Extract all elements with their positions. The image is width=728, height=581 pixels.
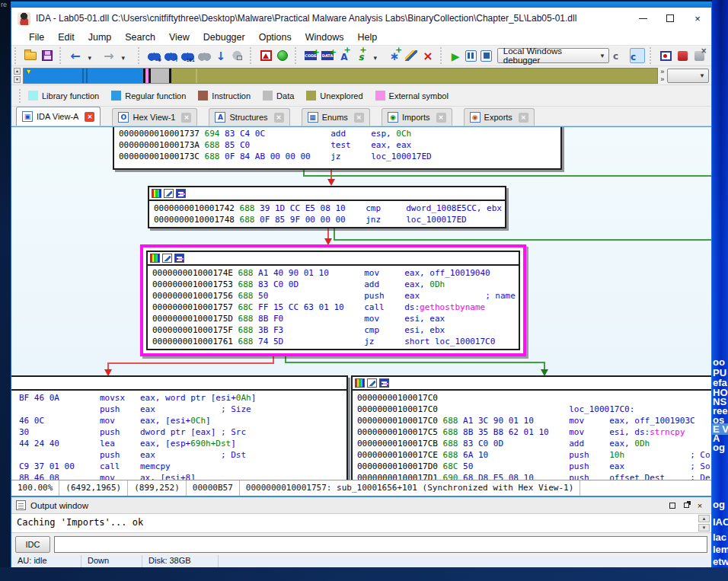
instruction-line[interactable]: 0000000010001748 688 0F 85 9F 00 00 00 j… bbox=[154, 214, 500, 225]
instruction-line[interactable]: 000000001000175F 688 3B F3 cmp esi, ebx bbox=[152, 324, 514, 336]
instruction-line[interactable]: 000000001000175D 688 8B F0 mov esi, eax bbox=[152, 313, 514, 324]
navigation-ready-icon[interactable] bbox=[275, 48, 290, 64]
create-struct-icon[interactable]: ∗ bbox=[387, 48, 402, 64]
menu-debugger[interactable]: Debugger bbox=[196, 30, 252, 44]
minimize-button[interactable] bbox=[629, 8, 656, 28]
menu-edit[interactable]: Edit bbox=[51, 30, 81, 44]
instruction-line[interactable]: 44 24 40 lea eax, [esp+690h+Dst] bbox=[19, 438, 342, 449]
edit-icon[interactable] bbox=[404, 48, 419, 64]
tab-close-icon[interactable]: × bbox=[181, 113, 191, 123]
create-data-icon[interactable]: data bbox=[320, 48, 335, 64]
instruction-line[interactable]: BF 46 0A movsx eax, word ptr [esi+0Ah] bbox=[19, 392, 342, 404]
navigation-band[interactable]: ▼ bbox=[23, 68, 658, 84]
tab-close-icon[interactable]: × bbox=[354, 113, 364, 123]
instruction-line[interactable]: 00000000100017C5 688 8B 35 B8 62 01 10 m… bbox=[357, 426, 711, 438]
search-again-icon[interactable] bbox=[196, 48, 212, 64]
create-string-icon[interactable]: s bbox=[353, 48, 369, 64]
string-dropdown-icon[interactable]: ▾ bbox=[370, 48, 385, 64]
create-name-icon[interactable]: A bbox=[337, 48, 352, 64]
search-text-icon[interactable] bbox=[163, 48, 178, 64]
jump-forward-icon[interactable]: → bbox=[101, 48, 117, 64]
command-line-input[interactable] bbox=[54, 536, 707, 553]
tab-close-icon[interactable]: × bbox=[85, 112, 94, 122]
debugger-selector[interactable]: Local Windows debugger▼ bbox=[497, 48, 609, 63]
menu-windows[interactable]: Windows bbox=[299, 30, 351, 44]
remove-breakpoint-icon[interactable] bbox=[691, 48, 707, 64]
jump-forward-dropdown-icon[interactable]: ▾ bbox=[118, 48, 133, 64]
navband-zoom-select[interactable]: ▼ bbox=[667, 69, 709, 83]
instruction-line[interactable]: 00000000100017CE 688 6A 10 push 10h ; Co bbox=[357, 449, 711, 461]
navband-scroll-up-icon[interactable]: ▲ bbox=[14, 68, 21, 75]
close-button[interactable]: × bbox=[684, 8, 711, 28]
instruction-line[interactable]: C9 37 01 00 call memcpy bbox=[19, 461, 342, 472]
output-restore-button[interactable] bbox=[666, 500, 679, 512]
instruction-line[interactable]: 30 push dword ptr [eax] ; Src bbox=[19, 426, 342, 438]
debugger-windows-icon[interactable] bbox=[658, 48, 673, 64]
basic-block-b1[interactable]: 0000000010001737 694 83 C4 0C add esp, 0… bbox=[113, 126, 562, 170]
instruction-line[interactable]: 000000001000173A 688 85 C0 test eax, eax bbox=[119, 139, 556, 151]
navband-scroll-down-icon[interactable]: ▼ bbox=[14, 76, 21, 83]
jump-to-address-icon[interactable]: ↓ bbox=[213, 48, 228, 64]
instruction-line[interactable]: 0000000010001761 688 74 5D jz short loc_… bbox=[152, 336, 514, 347]
tab-imports[interactable]: ◉Imports× bbox=[382, 108, 452, 126]
instruction-line[interactable]: 00000000100017CB 688 83 C0 0D add eax, 0… bbox=[357, 438, 711, 449]
node-title-bar[interactable] bbox=[148, 252, 519, 266]
edit-node-icon[interactable] bbox=[367, 378, 377, 388]
instruction-line[interactable]: 00000000100017C0 bbox=[357, 392, 711, 404]
search-values-icon[interactable] bbox=[146, 48, 161, 64]
jump-back-icon[interactable]: ← bbox=[68, 48, 83, 64]
node-title-bar[interactable] bbox=[353, 377, 711, 391]
tab-close-icon[interactable]: × bbox=[519, 113, 528, 123]
output-scrollbar[interactable]: ▲▼ bbox=[698, 515, 710, 532]
tab-ida-view-a[interactable]: ▣IDA View-A× bbox=[16, 107, 101, 126]
basic-block-b2[interactable]: 0000000010001742 688 39 1D CC E5 08 10 c… bbox=[148, 186, 506, 228]
tab-close-icon[interactable]: × bbox=[436, 113, 446, 123]
instruction-line[interactable]: 000000001000174E 688 A1 40 90 01 10 mov … bbox=[152, 267, 514, 279]
open-debugger-options-icon[interactable]: c bbox=[630, 48, 645, 64]
legend-drag-handle[interactable] bbox=[19, 89, 21, 103]
node-title-bar[interactable] bbox=[11, 377, 346, 391]
menu-jump[interactable]: Jump bbox=[81, 30, 119, 44]
save-file-icon[interactable] bbox=[40, 48, 55, 64]
instruction-line[interactable]: 00000000100017D0 68C 50 push eax ; So bbox=[357, 461, 711, 472]
instruction-line[interactable]: 00000000100017C0 688 A1 3C 90 01 10 mov … bbox=[357, 415, 711, 426]
create-code-icon[interactable]: code bbox=[303, 48, 318, 64]
instruction-line[interactable]: 00000000100017D1 690 68 D8 E5 08 10 push… bbox=[357, 472, 711, 480]
menu-file[interactable]: File bbox=[22, 30, 51, 44]
output-float-button[interactable] bbox=[679, 500, 693, 512]
group-node-icon[interactable] bbox=[379, 378, 389, 388]
basic-block-b3[interactable]: 000000001000174E 688 A1 40 90 01 10 mov … bbox=[146, 251, 520, 350]
tab-enums[interactable]: ▦Enums× bbox=[302, 108, 370, 126]
instruction-line[interactable]: 46 0C mov eax, [esi+0Ch] bbox=[19, 415, 342, 426]
node-color-icon[interactable] bbox=[355, 378, 365, 388]
scroll-up-icon[interactable]: ▲ bbox=[698, 515, 710, 522]
undefine-icon[interactable]: × bbox=[420, 48, 436, 64]
output-close-button[interactable]: × bbox=[693, 500, 707, 512]
node-title-bar[interactable] bbox=[149, 187, 505, 201]
output-window-titlebar[interactable]: Output window × bbox=[11, 497, 711, 514]
graph-view-canvas[interactable]: 0000000010001737 694 83 C4 0C add esp, 0… bbox=[11, 126, 711, 480]
instruction-line[interactable]: 0000000010001757 68C FF 15 CC 63 01 10 c… bbox=[152, 302, 514, 313]
instruction-line[interactable]: 00000000100017C0 loc_100017C0: bbox=[357, 404, 711, 415]
run-until-return-icon[interactable]: c bbox=[613, 48, 628, 64]
group-node-icon[interactable] bbox=[174, 254, 184, 263]
add-breakpoint-icon[interactable] bbox=[675, 48, 690, 64]
tab-close-icon[interactable]: × bbox=[274, 113, 284, 123]
idc-language-button[interactable]: IDC bbox=[15, 536, 50, 553]
maximize-button[interactable] bbox=[656, 8, 684, 28]
debugger-pause-icon[interactable] bbox=[464, 48, 477, 64]
instruction-line[interactable]: 0000000010001742 688 39 1D CC E5 08 10 c… bbox=[154, 203, 500, 214]
node-color-icon[interactable] bbox=[152, 189, 161, 198]
basic-block-b4[interactable]: BF 46 0A movsx eax, word ptr [esi+0Ah] p… bbox=[11, 375, 348, 480]
edit-node-icon[interactable] bbox=[164, 189, 174, 198]
open-file-icon[interactable] bbox=[23, 48, 38, 64]
instruction-line[interactable]: 0000000010001756 688 50 push eax ; name bbox=[152, 290, 514, 302]
debugger-run-icon[interactable]: ▶ bbox=[449, 48, 462, 64]
group-node-icon[interactable] bbox=[176, 189, 186, 198]
navband-scroll-buttons[interactable]: ▲▼ bbox=[14, 68, 21, 83]
debugger-stop-icon[interactable] bbox=[480, 48, 493, 64]
tab-exports[interactable]: ◉Exports× bbox=[464, 108, 535, 126]
instruction-line[interactable]: push eax ; Size bbox=[19, 404, 342, 415]
menu-view[interactable]: View bbox=[162, 30, 196, 44]
menu-help[interactable]: Help bbox=[350, 30, 384, 44]
